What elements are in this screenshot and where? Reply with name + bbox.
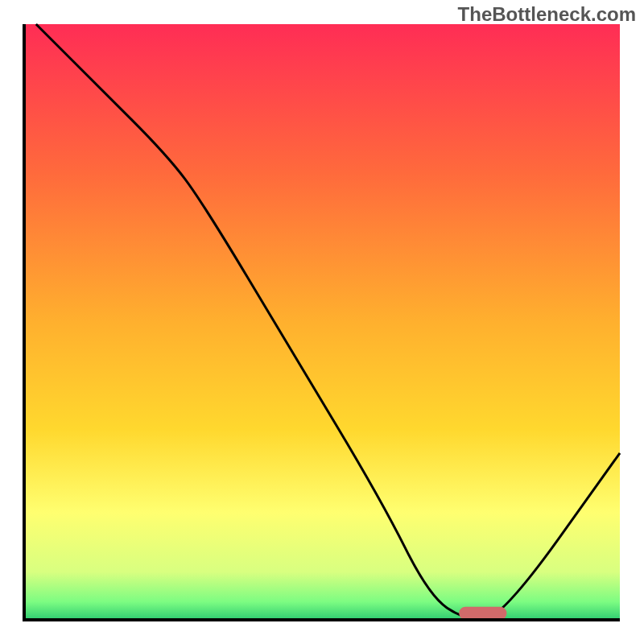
bottleneck-chart <box>0 0 644 644</box>
gradient-background <box>24 24 620 620</box>
optimal-marker <box>459 607 506 620</box>
watermark-text: TheBottleneck.com <box>458 3 636 26</box>
chart-container: TheBottleneck.com <box>0 0 644 644</box>
